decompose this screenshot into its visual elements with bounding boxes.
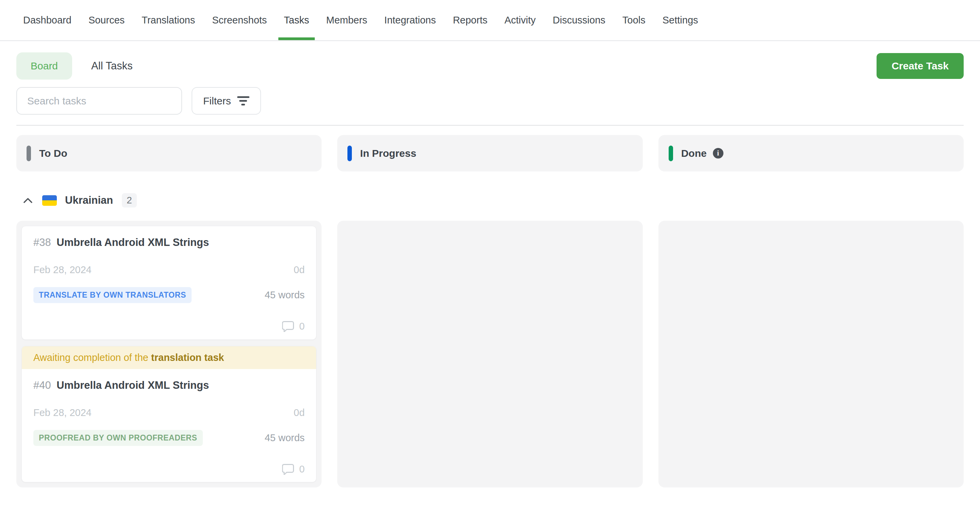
nav-item-tasks[interactable]: Tasks xyxy=(284,0,309,40)
nav-item-dashboard[interactable]: Dashboard xyxy=(23,0,72,40)
task-type-badge: PROOFREAD BY OWN PROOFREADERS xyxy=(33,430,203,446)
ukraine-flag-icon xyxy=(42,195,57,206)
task-date: Feb 28, 2024 xyxy=(33,264,92,276)
nav-item-translations[interactable]: Translations xyxy=(142,0,195,40)
task-id: #40 xyxy=(33,379,51,391)
language-group-row: Ukrainian 2 xyxy=(16,193,964,208)
task-id: #38 xyxy=(33,237,51,248)
awaiting-banner: Awaiting completion of the translation t… xyxy=(22,346,316,369)
column-label: To Do xyxy=(39,148,67,159)
done-status-bar xyxy=(669,146,673,161)
task-card-body: #38 Umbrella Android XML Strings Feb 28,… xyxy=(22,226,316,340)
create-task-button[interactable]: Create Task xyxy=(877,53,964,79)
comment-bubble-icon xyxy=(282,464,294,475)
task-date: Feb 28, 2024 xyxy=(33,407,92,418)
language-group-count-badge: 2 xyxy=(122,193,137,208)
todo-column-panel: #38 Umbrella Android XML Strings Feb 28,… xyxy=(16,221,321,487)
column-header-in-progress: In Progress xyxy=(337,135,643,171)
top-navigation: Dashboard Sources Translations Screensho… xyxy=(0,0,980,41)
filters-button-label: Filters xyxy=(203,95,231,107)
task-meta-row: Feb 28, 2024 0d xyxy=(33,264,305,276)
task-word-count: 45 words xyxy=(265,289,305,301)
nav-item-integrations[interactable]: Integrations xyxy=(384,0,436,40)
done-column-panel xyxy=(659,221,964,487)
filter-icon xyxy=(237,96,250,105)
nav-item-members[interactable]: Members xyxy=(326,0,368,40)
task-title-row: #40 Umbrella Android XML Strings xyxy=(33,379,305,392)
in-progress-column-panel xyxy=(337,221,643,487)
task-badge-row: PROOFREAD BY OWN PROOFREADERS 45 words xyxy=(33,430,305,446)
tasks-toolbar: Board All Tasks Create Task xyxy=(16,52,964,79)
task-card-body: #40 Umbrella Android XML Strings Feb 28,… xyxy=(22,369,316,482)
nav-item-sources[interactable]: Sources xyxy=(89,0,124,40)
task-meta-row: Feb 28, 2024 0d xyxy=(33,407,305,418)
column-label: Done xyxy=(681,148,707,159)
nav-item-activity[interactable]: Activity xyxy=(504,0,536,40)
in-progress-status-bar xyxy=(347,146,352,161)
board-panels: #38 Umbrella Android XML Strings Feb 28,… xyxy=(16,221,964,487)
awaiting-banner-text: Awaiting completion of the xyxy=(33,352,151,363)
all-tasks-link[interactable]: All Tasks xyxy=(91,60,133,72)
search-filter-row: Filters xyxy=(16,87,964,114)
task-duration: 0d xyxy=(294,264,305,276)
task-word-count: 45 words xyxy=(265,432,305,443)
nav-item-tools[interactable]: Tools xyxy=(622,0,646,40)
task-comments-row: 0 xyxy=(33,464,305,475)
task-badge-row: TRANSLATE BY OWN TRANSLATORS 45 words xyxy=(33,287,305,303)
nav-item-reports[interactable]: Reports xyxy=(453,0,488,40)
board-column-headers: To Do In Progress Done i xyxy=(16,126,964,171)
column-label: In Progress xyxy=(360,148,416,159)
task-comments-row: 0 xyxy=(33,321,305,332)
nav-item-settings[interactable]: Settings xyxy=(662,0,698,40)
task-name: Umbrella Android XML Strings xyxy=(56,379,209,391)
language-group-label: Ukrainian xyxy=(65,194,113,206)
comment-count: 0 xyxy=(299,321,305,332)
column-header-todo: To Do xyxy=(16,135,321,171)
task-card-38[interactable]: #38 Umbrella Android XML Strings Feb 28,… xyxy=(21,226,317,340)
filters-button[interactable]: Filters xyxy=(192,87,261,114)
comment-bubble-icon xyxy=(282,321,294,332)
task-name: Umbrella Android XML Strings xyxy=(56,237,209,248)
column-header-done: Done i xyxy=(659,135,964,171)
todo-status-bar xyxy=(27,146,31,161)
task-type-badge: TRANSLATE BY OWN TRANSLATORS xyxy=(33,287,192,303)
comment-count: 0 xyxy=(299,464,305,475)
search-input[interactable] xyxy=(16,87,182,114)
awaiting-banner-bold: translation task xyxy=(151,352,224,363)
task-card-40[interactable]: Awaiting completion of the translation t… xyxy=(21,346,317,482)
info-icon[interactable]: i xyxy=(713,148,724,159)
nav-item-discussions[interactable]: Discussions xyxy=(553,0,605,40)
task-duration: 0d xyxy=(294,407,305,418)
board-view-toggle[interactable]: Board xyxy=(16,52,72,79)
chevron-up-icon[interactable] xyxy=(23,197,33,203)
page-content: Board All Tasks Create Task Filters To D… xyxy=(0,52,980,487)
task-title-row: #38 Umbrella Android XML Strings xyxy=(33,237,305,249)
nav-item-screenshots[interactable]: Screenshots xyxy=(212,0,267,40)
